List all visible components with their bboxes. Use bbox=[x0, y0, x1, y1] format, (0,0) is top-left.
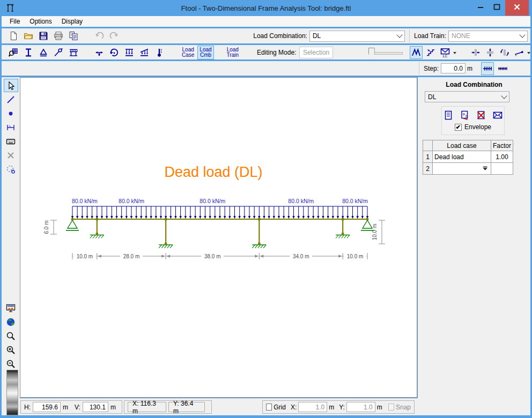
v-input[interactable]: 130.1 bbox=[83, 402, 108, 412]
panel-load-combination-select[interactable]: DL bbox=[425, 91, 509, 102]
member-options-more-caret-icon[interactable] bbox=[527, 52, 530, 56]
nodal-force-icon[interactable] bbox=[93, 46, 106, 59]
save-file-icon[interactable] bbox=[37, 29, 50, 42]
magnifier-grid-icon[interactable] bbox=[7, 46, 20, 59]
factor-cell[interactable] bbox=[491, 163, 513, 175]
results-scale-slider[interactable] bbox=[368, 47, 403, 58]
h-input[interactable]: 159.6 bbox=[33, 402, 61, 412]
cursor-position-group: X: 116.3 m Y: 36.4 m bbox=[124, 400, 212, 414]
load-combination-panel: Load Combination DL ab ✔ Envelope Load c… bbox=[418, 77, 530, 415]
zoom-gradient-slider[interactable] bbox=[6, 370, 18, 415]
rotate-members-icon[interactable] bbox=[498, 46, 511, 59]
snap-checkbox[interactable] bbox=[388, 404, 394, 410]
statusbar: H: 159.6 m V: 130.1 m X: 116.3 m Y: 36.4… bbox=[20, 398, 418, 415]
copy-icon[interactable] bbox=[67, 29, 80, 42]
zoom-out-tool[interactable] bbox=[4, 357, 18, 370]
step-input[interactable]: 0.0 bbox=[441, 63, 466, 73]
step-display-icon[interactable] bbox=[424, 46, 437, 59]
grid-snap-group: Grid X: 1.0 m Y: 1.0 m Snap bbox=[262, 400, 415, 414]
svg-text:L: L bbox=[9, 124, 11, 127]
structural-model-drawing[interactable]: Dead load (DL)80.0 kN/m80.0 kN/m80.0 kN/… bbox=[20, 78, 417, 397]
chevron-down-icon bbox=[396, 32, 402, 38]
delete-tool[interactable] bbox=[4, 148, 18, 162]
menu-item-file[interactable]: File bbox=[5, 16, 25, 27]
load-case-title: Dead load (DL) bbox=[164, 164, 262, 180]
factor-cell[interactable]: 1.00 bbox=[491, 151, 513, 163]
load-train-select[interactable]: NONE bbox=[448, 31, 528, 42]
redo-icon[interactable] bbox=[108, 29, 121, 42]
open-file-icon[interactable] bbox=[22, 29, 35, 42]
uniform-load-icon[interactable] bbox=[123, 46, 136, 59]
editing-mode-label: Editing Mode: bbox=[257, 49, 296, 56]
railing-icon[interactable] bbox=[67, 46, 80, 59]
mail-icon[interactable] bbox=[491, 109, 504, 122]
select-arrow-tool[interactable] bbox=[4, 79, 18, 92]
thermal-load-icon[interactable] bbox=[153, 46, 166, 59]
grid-y-input[interactable]: 1.0 bbox=[346, 402, 375, 412]
load-case-dropdown-icon[interactable] bbox=[482, 165, 489, 174]
dimension-tool[interactable]: L bbox=[4, 121, 18, 134]
grid-x-input[interactable]: 1.0 bbox=[298, 402, 327, 412]
maximize-icon bbox=[492, 2, 503, 14]
transform-tool[interactable] bbox=[4, 162, 18, 176]
load-case-button[interactable]: LoadCase bbox=[180, 46, 196, 59]
envelope-lc-icon[interactable]: LC bbox=[439, 46, 452, 59]
hinge-icon[interactable] bbox=[52, 46, 65, 59]
load-label: 80.0 kN/m bbox=[342, 198, 368, 204]
doc-new-icon[interactable] bbox=[442, 109, 455, 122]
print-icon[interactable] bbox=[52, 29, 65, 42]
span-dimension-label: 10.0 m bbox=[347, 253, 364, 259]
slider-thumb[interactable] bbox=[368, 48, 375, 58]
support-triangle-icon[interactable] bbox=[37, 46, 50, 59]
load-combination-select[interactable]: DL bbox=[309, 31, 405, 42]
model-canvas[interactable]: Dead load (DL)80.0 kN/m80.0 kN/m80.0 kN/… bbox=[20, 77, 417, 398]
close-button[interactable] bbox=[505, 0, 529, 16]
stretch-vertical-icon[interactable] bbox=[484, 46, 497, 59]
zoom-in-tool[interactable] bbox=[4, 343, 18, 356]
member-options-icon[interactable] bbox=[513, 46, 526, 59]
grid-checkbox[interactable] bbox=[266, 404, 272, 410]
i-section-icon[interactable] bbox=[22, 46, 35, 59]
load-train-button[interactable]: LoadTrain bbox=[225, 46, 241, 59]
minimize-button[interactable] bbox=[473, 0, 489, 16]
load-case-cell[interactable]: Dead load bbox=[433, 151, 491, 163]
load-cmb-button[interactable]: LoadCmb bbox=[197, 46, 213, 59]
cursor-x-readout: X: 116.3 m bbox=[128, 402, 166, 412]
grid-y-label: Y: bbox=[339, 404, 345, 411]
draw-member-tool[interactable] bbox=[4, 93, 18, 106]
step-uniform-icon[interactable] bbox=[481, 62, 494, 75]
span-dimension-label: 10.0 m bbox=[77, 253, 93, 259]
panel-combo-value: DL bbox=[428, 93, 436, 101]
titlebar: Ftool - Two-Dimensional Frame Analysis T… bbox=[0, 0, 532, 16]
linear-load-icon[interactable] bbox=[138, 46, 151, 59]
close-icon bbox=[512, 2, 522, 14]
menu-item-display[interactable]: Display bbox=[57, 16, 87, 27]
stretch-horizontal-icon[interactable] bbox=[469, 46, 482, 59]
chevron-down-icon bbox=[519, 32, 525, 38]
keyboard-input-tool[interactable] bbox=[4, 135, 18, 148]
whole-model-tool[interactable] bbox=[4, 315, 18, 329]
menu-item-options[interactable]: Options bbox=[25, 16, 56, 27]
envelope-checkbox[interactable]: ✔ bbox=[455, 124, 462, 131]
lc-options-caret-icon[interactable] bbox=[453, 52, 456, 56]
doc-delete-icon[interactable] bbox=[475, 109, 488, 122]
panel-title: Load Combination bbox=[418, 81, 530, 88]
span-dimension-label: 28.0 m bbox=[123, 253, 140, 259]
maximize-button[interactable] bbox=[489, 0, 505, 16]
fit-window-tool[interactable] bbox=[4, 301, 18, 315]
doc-rename-icon[interactable]: ab bbox=[459, 109, 471, 122]
minimize-icon bbox=[476, 2, 486, 14]
insert-node-tool[interactable] bbox=[4, 107, 18, 120]
new-file-icon[interactable] bbox=[7, 29, 20, 42]
step-toolbar: Step: 0.0 m bbox=[2, 61, 530, 76]
zoom-window-tool[interactable] bbox=[4, 329, 18, 342]
row-number: 1 bbox=[423, 151, 433, 163]
step-unit: m bbox=[467, 65, 472, 72]
moment-load-icon[interactable] bbox=[108, 46, 121, 59]
diagram-display-icon[interactable] bbox=[410, 46, 423, 59]
editing-mode-box: Selection bbox=[299, 47, 332, 58]
grid-label: Grid bbox=[274, 404, 286, 411]
load-case-cell[interactable] bbox=[433, 163, 491, 175]
undo-icon[interactable] bbox=[93, 29, 106, 42]
step-dense-icon[interactable] bbox=[496, 62, 509, 75]
